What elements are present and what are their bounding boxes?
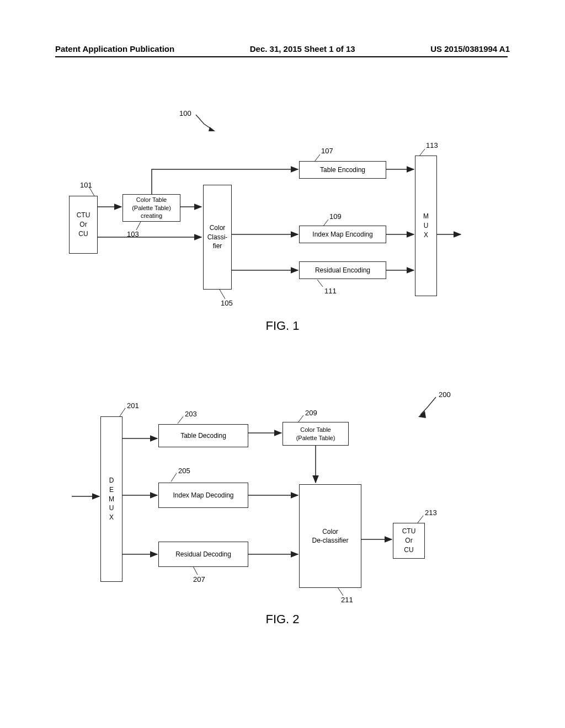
mux-text: M U X [423, 212, 429, 239]
label-205: 205 [178, 467, 190, 475]
header-center: Dec. 31, 2015 Sheet 1 of 13 [250, 44, 355, 53]
label-103: 103 [127, 230, 139, 238]
demux-text: D E M U X [109, 476, 114, 522]
table-encoding-text: Table Encoding [320, 165, 365, 174]
residual-encoding-block: Residual Encoding [299, 261, 386, 279]
svg-line-15 [317, 280, 323, 287]
residual-encoding-text: Residual Encoding [315, 266, 370, 275]
page-header: Patent Application Publication Dec. 31, … [55, 44, 510, 53]
header-right: US 2015/0381994 A1 [430, 44, 510, 53]
color-table-creating-block: Color Table (Palette Table) creating [122, 194, 180, 222]
color-table-block: Color Table (Palette Table) [282, 422, 349, 446]
demux-block: D E M U X [100, 416, 122, 582]
ctu-out-text: CTU Or CU [402, 527, 416, 554]
residual-decoding-text: Residual Decoding [175, 550, 231, 559]
color-table-text: Color Table (Palette Table) [296, 426, 335, 442]
index-map-decoding-block: Index Map Decoding [158, 483, 248, 508]
color-table-creating-text: Color Table (Palette Table) creating [132, 196, 171, 221]
label-105: 105 [221, 299, 233, 307]
color-classifier-block: Color Classi- fier [203, 185, 232, 290]
svg-line-12 [220, 290, 225, 299]
figure-2: D E M U X Table Decoding Index Map Decod… [0, 375, 565, 634]
label-211: 211 [341, 596, 353, 604]
fig1-caption: FIG. 1 [0, 319, 565, 333]
label-109: 109 [329, 212, 342, 221]
svg-line-28 [178, 416, 183, 424]
table-decoding-text: Table Decoding [180, 431, 226, 440]
label-207: 207 [193, 575, 205, 584]
label-213: 213 [425, 508, 437, 517]
ctu-or-cu-out-block: CTU Or CU [393, 523, 425, 559]
label-101: 101 [80, 181, 92, 189]
label-209: 209 [305, 409, 317, 417]
header-rule [55, 56, 508, 57]
svg-line-29 [171, 473, 177, 481]
color-declassifier-block: Color De-classifier [299, 484, 361, 588]
label-100: 100 [179, 109, 191, 117]
color-classifier-text: Color Classi- fier [207, 223, 228, 251]
fig2-svg [0, 375, 565, 634]
fig2-caption: FIG. 2 [0, 612, 565, 627]
svg-line-32 [338, 587, 343, 596]
svg-marker-26 [418, 411, 426, 418]
residual-decoding-block: Residual Decoding [158, 542, 248, 567]
svg-line-30 [193, 566, 198, 575]
figure-1: CTU Or CU Color Table (Palette Table) cr… [0, 99, 565, 336]
color-declassifier-text: Color De-classifier [312, 527, 348, 545]
index-map-encoding-text: Index Map Encoding [312, 230, 372, 239]
ctu-or-cu-block: CTU Or CU [69, 196, 98, 254]
svg-line-33 [418, 516, 423, 523]
label-200: 200 [439, 390, 451, 399]
index-map-decoding-text: Index Map Decoding [173, 491, 233, 500]
svg-marker-9 [209, 127, 215, 131]
mux-block: M U X [415, 156, 437, 296]
label-201: 201 [127, 402, 139, 410]
label-111: 111 [324, 287, 337, 295]
table-decoding-block: Table Decoding [158, 424, 248, 447]
svg-line-11 [136, 222, 141, 230]
label-113: 113 [426, 141, 438, 149]
svg-line-27 [120, 408, 125, 416]
ctu-text: CTU Or CU [77, 211, 90, 238]
table-encoding-block: Table Encoding [299, 161, 386, 179]
header-left: Patent Application Publication [55, 44, 174, 53]
index-map-encoding-block: Index Map Encoding [299, 226, 386, 243]
label-203: 203 [185, 410, 197, 418]
label-107: 107 [321, 147, 333, 155]
